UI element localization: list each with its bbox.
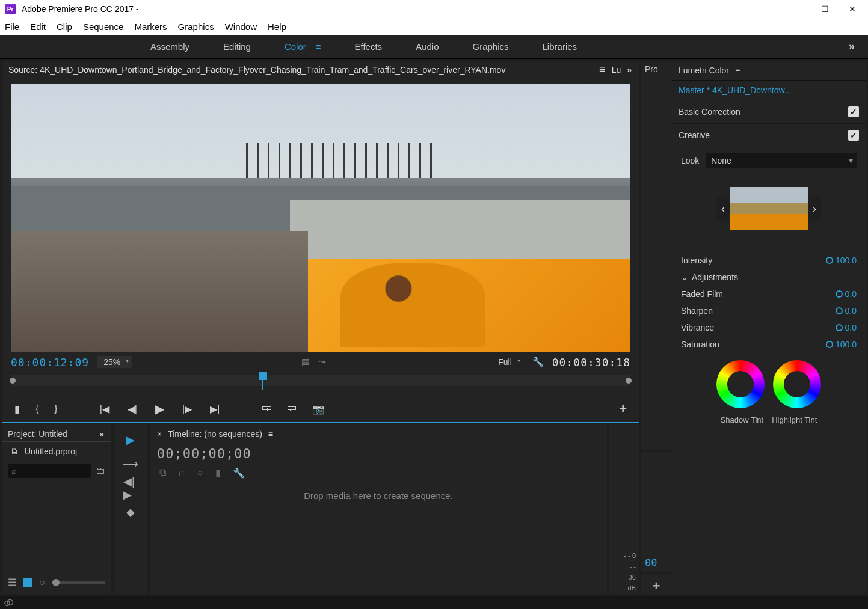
go-to-in-icon[interactable]: |◀: [100, 403, 109, 415]
close-button[interactable]: ✕: [848, 4, 857, 14]
saturation-reset-icon[interactable]: [826, 341, 833, 348]
basic-correction-header[interactable]: Basic Correction: [679, 107, 740, 117]
saturation-value[interactable]: 100.0: [836, 340, 857, 349]
workspace-menu-icon[interactable]: ≡: [316, 41, 321, 52]
workspace-editing[interactable]: Editing: [223, 41, 251, 52]
meter-unit: dB: [628, 584, 636, 592]
svg-point-1: [7, 599, 13, 605]
workspace-overflow-icon[interactable]: »: [849, 40, 856, 53]
lumetri-menu-icon[interactable]: ≡: [735, 66, 740, 75]
intensity-reset-icon[interactable]: [826, 257, 833, 264]
creative-toggle[interactable]: ✓: [848, 130, 859, 141]
look-select[interactable]: None: [706, 153, 857, 168]
vibrance-label: Vibrance: [681, 323, 714, 332]
adjustments-label[interactable]: Adjustments: [692, 272, 738, 282]
menu-clip[interactable]: Clip: [57, 22, 72, 32]
sharpen-reset-icon[interactable]: [836, 307, 843, 314]
workspace-libraries[interactable]: Libraries: [543, 41, 577, 52]
panel-menu-icon[interactable]: ≡: [599, 63, 606, 76]
overwrite-icon[interactable]: ⮒: [287, 403, 297, 415]
play-icon[interactable]: ▶: [155, 402, 164, 416]
selection-tool-icon[interactable]: ▶: [123, 433, 138, 447]
vibrance-value[interactable]: 0.0: [845, 323, 857, 332]
workspace-color[interactable]: Color: [285, 41, 306, 52]
step-forward-icon[interactable]: |▶: [182, 403, 192, 415]
export-frame-icon[interactable]: 📷: [312, 403, 324, 415]
insert-icon[interactable]: ⮓: [262, 403, 271, 415]
go-to-out-icon[interactable]: ▶|: [210, 403, 220, 415]
project-overflow-icon[interactable]: »: [99, 429, 105, 439]
zoom-out-icon[interactable]: ○: [39, 577, 45, 588]
step-back-icon[interactable]: ◀|: [128, 403, 137, 415]
resolution-select[interactable]: Full: [494, 356, 524, 368]
project-file-icon: 🗎: [10, 447, 19, 456]
hidden-tab-lumetri-scopes[interactable]: Lu: [612, 65, 621, 75]
menu-window[interactable]: Window: [225, 22, 257, 32]
timeline-close-icon[interactable]: ×: [157, 429, 162, 439]
lumetri-color-panel: Lumetri Color ≡ Master * 4K_UHD_Downtow.…: [671, 61, 866, 594]
source-tab-label[interactable]: Source: 4K_UHD_Downtown_Portland_Bridge_…: [8, 65, 593, 75]
razor-tool-icon[interactable]: ◆: [123, 505, 138, 519]
project-panel-title[interactable]: Project: Untitled: [8, 429, 67, 439]
menu-help[interactable]: Help: [268, 22, 286, 32]
lumetri-master-clip[interactable]: Master * 4K_UHD_Downtow...: [671, 81, 866, 100]
menu-markers[interactable]: Markers: [134, 22, 167, 32]
add-marker-icon[interactable]: ▮: [14, 403, 20, 415]
icon-view-icon[interactable]: [23, 578, 32, 587]
menu-file[interactable]: File: [5, 22, 19, 32]
filmstrip-icon[interactable]: ▤: [301, 357, 310, 367]
current-timecode[interactable]: 00:00:12:09: [11, 356, 89, 369]
mark-in-icon[interactable]: {: [35, 403, 38, 415]
button-editor-icon[interactable]: +: [619, 401, 627, 417]
nest-icon[interactable]: ⧉: [159, 467, 166, 479]
menu-edit[interactable]: Edit: [30, 22, 46, 32]
menu-sequence[interactable]: Sequence: [83, 22, 124, 32]
video-preview[interactable]: [11, 84, 630, 352]
tools-panel: ▶ ⟶ ◀|▶ ◆: [114, 424, 147, 594]
thumbnail-size-slider[interactable]: [52, 581, 105, 584]
faded-value[interactable]: 0.0: [845, 289, 857, 299]
program-monitor-tab[interactable]: Pro: [641, 61, 671, 450]
settings-wrench-icon[interactable]: 🔧: [532, 357, 544, 367]
program-button-editor-icon[interactable]: +: [641, 575, 671, 594]
zoom-select[interactable]: 25%: [97, 356, 132, 368]
source-scrubber[interactable]: [2, 372, 639, 396]
linked-selection-icon[interactable]: ⟐: [197, 467, 203, 479]
meter-mark-36: - - -36: [618, 574, 636, 581]
look-prev-icon[interactable]: ‹: [716, 197, 730, 221]
creative-header[interactable]: Creative: [679, 130, 710, 140]
shadow-tint-wheel[interactable]: [716, 360, 765, 408]
sharpen-value[interactable]: 0.0: [845, 306, 857, 316]
basic-correction-toggle[interactable]: ✓: [848, 106, 859, 117]
mark-out-icon[interactable]: }: [54, 403, 57, 415]
timeline-title[interactable]: Timeline: (no sequences): [168, 429, 262, 439]
adjustments-chevron-icon[interactable]: ⌄: [681, 272, 688, 282]
maximize-button[interactable]: ☐: [820, 4, 830, 14]
ripple-edit-tool-icon[interactable]: ◀|▶: [123, 481, 138, 495]
settings-icon[interactable]: 🔧: [233, 467, 245, 479]
find-icon[interactable]: 🗀: [96, 465, 105, 476]
faded-reset-icon[interactable]: [836, 290, 843, 298]
sharpen-label: Sharpen: [681, 306, 713, 316]
menu-graphics[interactable]: Graphics: [178, 22, 214, 32]
intensity-value[interactable]: 100.0: [836, 256, 857, 265]
workspace-graphics[interactable]: Graphics: [473, 41, 509, 52]
list-view-icon[interactable]: ☰: [8, 577, 16, 588]
minimize-button[interactable]: —: [792, 4, 802, 14]
timeline-menu-icon[interactable]: ≡: [268, 429, 273, 439]
drag-video-icon[interactable]: ⤳: [318, 357, 326, 367]
timeline-timecode[interactable]: 00;00;00;00: [157, 446, 600, 461]
vibrance-reset-icon[interactable]: [836, 324, 843, 331]
markers-icon[interactable]: ▮: [215, 467, 221, 479]
snap-icon[interactable]: ∩: [178, 467, 185, 479]
workspace-audio[interactable]: Audio: [416, 41, 439, 52]
lumetri-panel-title[interactable]: Lumetri Color: [679, 66, 729, 75]
track-select-tool-icon[interactable]: ⟶: [123, 457, 138, 471]
project-search-input[interactable]: ⌕: [8, 464, 91, 478]
workspace-effects[interactable]: Effects: [355, 41, 383, 52]
highlight-tint-wheel[interactable]: [773, 360, 821, 408]
creative-cloud-icon[interactable]: [0, 596, 868, 609]
tab-overflow-icon[interactable]: »: [627, 65, 633, 75]
look-next-icon[interactable]: ›: [808, 197, 821, 221]
workspace-assembly[interactable]: Assembly: [150, 41, 189, 52]
